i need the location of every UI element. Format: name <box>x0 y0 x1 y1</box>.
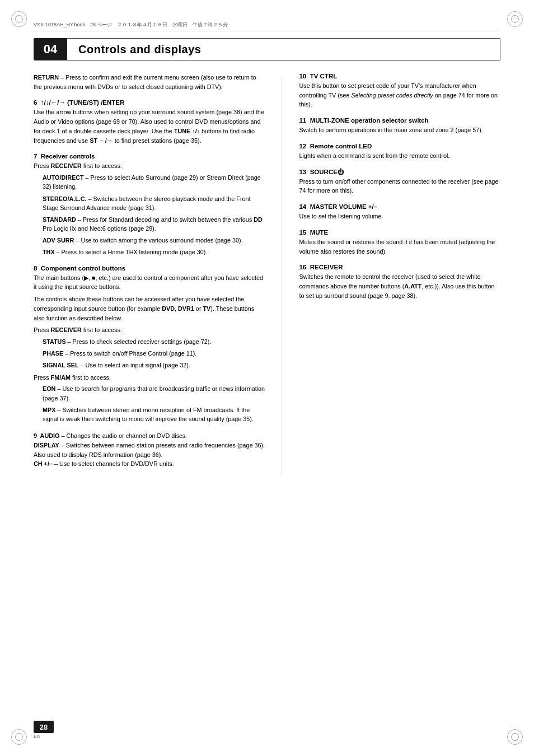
chapter-title: Controls and displays <box>78 43 201 56</box>
section-8-intro3: Press FM/AM first to access: <box>34 373 265 382</box>
left-column: RETURN – Press to confirm and exit the c… <box>34 73 265 477</box>
section-13-heading: 13 SOURCE⏻ <box>299 169 500 175</box>
corner-decoration-tl <box>11 11 27 27</box>
section-7-item-advsurr: ADV SURR – Use to switch among the vario… <box>43 236 265 245</box>
section-10: 10 TV CTRL Use this button to set preset… <box>299 73 500 109</box>
corner-decoration-bl <box>11 729 27 745</box>
chapter-title-box: Controls and displays <box>67 38 500 60</box>
section-7-item-thx: THX – Press to select a Home THX listeni… <box>43 248 265 256</box>
section-14-body: Use to set the listening volume. <box>299 212 500 221</box>
section-7-body: Press RECEIVER first to access: <box>34 161 265 171</box>
section-10-body: Use this button to set preset code of yo… <box>299 81 500 109</box>
section-16-heading: 16 RECEIVER <box>299 264 500 270</box>
section-8-item-eon: EON – Use to search for programs that ar… <box>43 384 265 402</box>
section-7: 7 Receiver controls Press RECEIVER first… <box>34 153 265 256</box>
page-lang: En <box>34 734 40 739</box>
section-8-item-status: STATUS – Press to check selected receive… <box>43 337 265 346</box>
section-11-body: Switch to perform operations in the main… <box>299 125 500 135</box>
top-metadata: VSX-1018AH_HY.book 28 ページ ２０１８年４月１６日 水曜日… <box>34 21 500 31</box>
section-8-item-signalsel: SIGNAL SEL – Use to select an input sign… <box>43 361 265 370</box>
section-7-item-stereo: STEREO/A.L.C. – Switches between the ste… <box>43 194 265 212</box>
section-15-body: Mutes the sound or restores the sound if… <box>299 237 500 256</box>
section-8-intro2: Press RECEIVER first to access: <box>34 325 265 335</box>
section-14: 14 MASTER VOLUME +/– Use to set the list… <box>299 203 500 221</box>
section-16: 16 RECEIVER Switches the remote to contr… <box>299 264 500 300</box>
corner-decoration-br <box>507 729 523 745</box>
section-16-body: Switches the remote to control the recei… <box>299 272 500 300</box>
section-7-items: AUTO/DIRECT – Press to select Auto Surro… <box>43 173 265 257</box>
main-content: RETURN – Press to confirm and exit the c… <box>34 73 500 477</box>
section-11-heading: 11 MULTI-ZONE operation selector switch <box>299 117 500 124</box>
section-6: 6 ↑/↓/←/→ (TUNE/ST) /ENTER Use the arrow… <box>34 99 265 145</box>
section-6-body: Use the arrow buttons when setting up yo… <box>34 108 265 145</box>
right-column: 10 TV CTRL Use this button to set preset… <box>299 73 500 477</box>
section-8-body2: The controls above these buttons can be … <box>34 295 265 323</box>
section-11: 11 MULTI-ZONE operation selector switch … <box>299 117 500 135</box>
section-8-item-phase: PHASE – Press to switch on/off Phase Con… <box>43 349 265 358</box>
chapter-header: 04 Controls and displays <box>34 38 500 60</box>
section-8-body1: The main buttons (▶, ■, etc.) are used t… <box>34 273 265 292</box>
section-6-heading: 6 ↑/↓/←/→ (TUNE/ST) /ENTER <box>34 99 265 106</box>
section-12-body: Lights when a command is sent from the r… <box>299 151 500 161</box>
section-12: 12 Remote control LED Lights when a comm… <box>299 143 500 161</box>
section-10-heading: 10 TV CTRL <box>299 73 500 80</box>
section-7-item-standard: STANDARD – Press for Standard decoding a… <box>43 215 265 233</box>
section-15-heading: 15 MUTE <box>299 229 500 236</box>
section-8-item-mpx: MPX – Switches between stereo and mono r… <box>43 405 265 423</box>
section-14-heading: 14 MASTER VOLUME +/– <box>299 203 500 210</box>
section-9-body: 9 AUDIO – Changes the audio or channel o… <box>34 431 265 469</box>
section-8: 8 Component control buttons The main but… <box>34 265 265 423</box>
section-15: 15 MUTE Mutes the sound or restores the … <box>299 229 500 256</box>
section-8-items3: EON – Use to search for programs that ar… <box>43 384 265 423</box>
chapter-number: 04 <box>34 38 67 60</box>
section-13: 13 SOURCE⏻ Press to turn on/off other co… <box>299 169 500 195</box>
section-12-heading: 12 Remote control LED <box>299 143 500 150</box>
page-footer: 28 En <box>34 721 54 739</box>
section-7-item-auto: AUTO/DIRECT – Press to select Auto Surro… <box>43 173 265 191</box>
section-8-items2: STATUS – Press to check selected receive… <box>43 337 265 370</box>
section-return: RETURN – Press to confirm and exit the c… <box>34 73 265 91</box>
column-divider <box>282 78 282 477</box>
section-8-heading: 8 Component control buttons <box>34 265 265 272</box>
corner-decoration-tr <box>507 11 523 27</box>
section-13-body: Press to turn on/off other components co… <box>299 177 500 195</box>
section-9: 9 AUDIO – Changes the audio or channel o… <box>34 431 265 469</box>
section-7-heading: 7 Receiver controls <box>34 153 265 160</box>
return-body: RETURN – Press to confirm and exit the c… <box>34 73 265 91</box>
page-number: 28 <box>34 721 54 733</box>
